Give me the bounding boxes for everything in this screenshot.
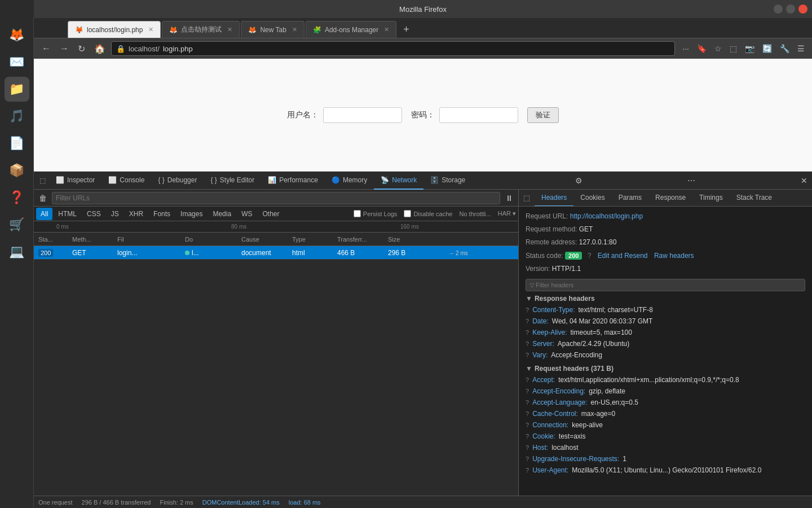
detail-tab-timings[interactable]: Timings <box>692 190 730 207</box>
col-header-status[interactable]: Sta... <box>36 236 70 243</box>
detail-tab-headers[interactable]: Headers <box>535 190 573 207</box>
menu-button[interactable]: ☰ <box>795 42 807 55</box>
tab-close-2[interactable]: ✕ <box>227 26 232 33</box>
more-button[interactable]: ··· <box>679 42 692 55</box>
devtools-sidebar-btn[interactable]: ⬚ <box>36 174 49 187</box>
filter-tab-ws[interactable]: WS <box>237 208 257 220</box>
sidebar-icon-package[interactable]: 📦 <box>5 158 29 183</box>
devtools-close-btn[interactable]: ✕ <box>798 174 810 187</box>
col-header-type[interactable]: Type <box>290 236 335 243</box>
sidebar-icon-docs[interactable]: 📄 <box>5 131 29 156</box>
table-row[interactable]: 200 GET login... l... document html 466 … <box>34 246 518 260</box>
header-help-icon-5[interactable]: ? <box>526 351 529 360</box>
header-help-icon-4[interactable]: ? <box>526 339 529 349</box>
req-header-help-icon-9[interactable]: ? <box>526 466 529 475</box>
minimize-button[interactable] <box>774 5 783 14</box>
filter-urls-input[interactable] <box>52 192 500 204</box>
filter-tab-xhr[interactable]: XHR <box>125 208 148 220</box>
tab-close-1[interactable]: ✕ <box>148 26 153 33</box>
star-button[interactable]: ☆ <box>712 42 725 55</box>
req-header-help-icon-5[interactable]: ? <box>526 421 529 430</box>
screenshot-button[interactable]: 📷 <box>742 42 757 55</box>
url-bar[interactable]: 🔒 localhost/login.php <box>111 41 675 56</box>
req-header-help-icon-3[interactable]: ? <box>526 398 529 408</box>
reload-button[interactable]: ↻ <box>74 41 89 56</box>
pause-button[interactable]: ⏸ <box>502 192 516 204</box>
header-help-icon-3[interactable]: ? <box>526 328 529 338</box>
tab-newtab[interactable]: 🦊 New Tab ✕ <box>241 21 304 38</box>
detail-tab-response[interactable]: Response <box>648 190 692 207</box>
sidebar-icon-email[interactable]: ✉️ <box>5 50 29 75</box>
tab-addons[interactable]: 🧩 Add-ons Manager ✕ <box>306 21 396 38</box>
req-header-help-icon-8[interactable]: ? <box>526 454 529 464</box>
back-button[interactable]: ← <box>38 41 54 56</box>
col-header-cause[interactable]: Cause <box>239 236 290 243</box>
col-header-file[interactable]: Fil <box>115 236 183 243</box>
tab-storage[interactable]: 🗄️ Storage <box>423 172 472 190</box>
tab-close-3[interactable]: ✕ <box>292 26 297 33</box>
detail-panel-toggle[interactable]: ⬚ <box>519 194 535 202</box>
req-header-help-icon-1[interactable]: ? <box>526 375 529 385</box>
filter-tab-images[interactable]: Images <box>176 208 207 220</box>
filter-tab-media[interactable]: Media <box>208 208 236 220</box>
request-headers-toggle[interactable]: ▼ <box>526 365 532 373</box>
devtools-settings-btn[interactable]: ⚙ <box>573 174 585 187</box>
forward-button[interactable]: → <box>56 41 72 56</box>
home-button[interactable]: 🏠 <box>91 41 109 56</box>
persist-logs-checkbox[interactable]: Persist Logs <box>354 210 398 217</box>
sidebar-icon-files[interactable]: 📁 <box>5 77 29 102</box>
tab-console[interactable]: ⬜ Console <box>102 172 151 190</box>
tab-performance[interactable]: 📊 Performance <box>261 172 325 190</box>
filter-tab-other[interactable]: Other <box>258 208 284 220</box>
header-help-icon-2[interactable]: ? <box>526 317 529 326</box>
req-header-help-icon-4[interactable]: ? <box>526 409 529 419</box>
sidebar-icon-amazon[interactable]: 🛒 <box>5 212 29 237</box>
tab-style-editor[interactable]: { } Style Editor <box>204 172 261 190</box>
req-header-help-icon-7[interactable]: ? <box>526 443 529 453</box>
devtools-more-btn[interactable]: ⋯ <box>685 174 698 187</box>
detail-tab-stack-trace[interactable]: Stack Trace <box>730 190 779 207</box>
tab-login[interactable]: 🦊 localhost/login.php ✕ <box>68 21 161 38</box>
har-button[interactable]: HAR ▾ <box>498 210 516 217</box>
filter-tab-js[interactable]: JS <box>107 208 123 220</box>
col-header-size[interactable]: Size <box>386 236 425 243</box>
req-header-help-icon-6[interactable]: ? <box>526 432 529 441</box>
bookmark-button[interactable]: 🔖 <box>694 42 709 55</box>
status-help-icon[interactable]: ? <box>588 252 592 260</box>
sidebar-toggle-button[interactable]: ⬚ <box>727 42 740 55</box>
submit-button[interactable]: 验证 <box>527 107 559 123</box>
maximize-button[interactable] <box>786 5 795 14</box>
tab-close-4[interactable]: ✕ <box>384 26 389 33</box>
sidebar-icon-music[interactable]: 🎵 <box>5 104 29 129</box>
new-tab-button[interactable]: + <box>398 21 415 38</box>
tab-debugger[interactable]: { } Debugger <box>151 172 204 190</box>
devtools-button[interactable]: 🔧 <box>777 42 792 55</box>
req-header-help-icon-2[interactable]: ? <box>526 387 529 396</box>
response-headers-toggle[interactable]: ▼ <box>526 295 532 303</box>
clear-button[interactable]: 🗑 <box>36 192 50 204</box>
col-header-domain[interactable]: Do <box>183 236 239 243</box>
username-input[interactable] <box>323 107 402 123</box>
tab-clickjack[interactable]: 🦊 点击劫持测试 ✕ <box>162 21 240 38</box>
tab-network[interactable]: 📡 Network <box>374 172 423 190</box>
filter-tab-html[interactable]: HTML <box>54 208 81 220</box>
sidebar-icon-firefox[interactable]: 🦊 <box>5 23 29 47</box>
raw-headers-link[interactable]: Raw headers <box>654 252 694 260</box>
col-header-method[interactable]: Meth... <box>70 236 115 243</box>
password-input[interactable] <box>439 107 518 123</box>
detail-tab-cookies[interactable]: Cookies <box>573 190 611 207</box>
disable-cache-checkbox[interactable]: Disable cache <box>404 210 452 217</box>
filter-tab-css[interactable]: CSS <box>82 208 105 220</box>
filter-tab-fonts[interactable]: Fonts <box>149 208 175 220</box>
edit-resend-link[interactable]: Edit and Resend <box>598 252 648 260</box>
tab-memory[interactable]: 🔵 Memory <box>325 172 374 190</box>
col-header-transferred[interactable]: Transferr... <box>335 236 386 243</box>
sync-button[interactable]: 🔄 <box>760 42 775 55</box>
sidebar-icon-terminal[interactable]: 💻 <box>5 239 29 264</box>
filter-headers-input[interactable] <box>526 279 805 291</box>
filter-tab-all[interactable]: All <box>36 208 52 220</box>
close-button[interactable] <box>798 5 807 14</box>
detail-tab-params[interactable]: Params <box>612 190 648 207</box>
tab-inspector[interactable]: ⬜ Inspector <box>49 172 102 190</box>
sidebar-icon-help[interactable]: ❓ <box>5 185 29 210</box>
